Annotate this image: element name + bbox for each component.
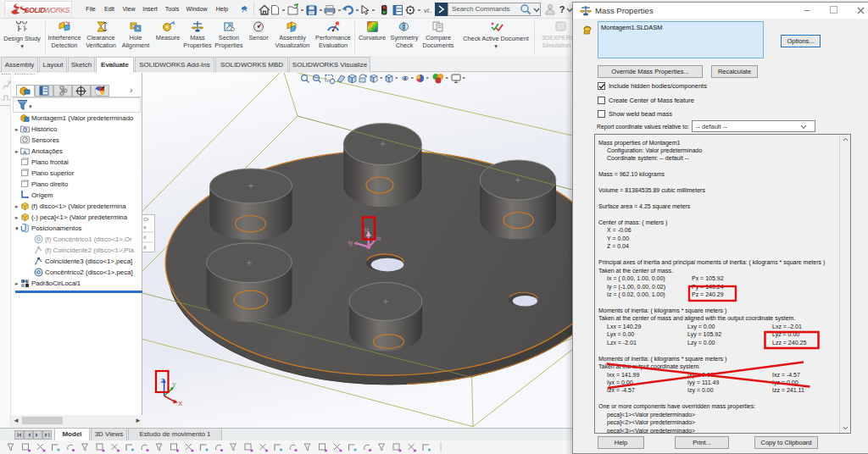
- svg-text:SOLID: SOLID: [25, 6, 45, 14]
- svg-text:Iz: Iz: [364, 227, 370, 233]
- svg-text:Or: Or: [143, 217, 149, 222]
- svg-text:Z: Z: [161, 378, 165, 384]
- svg-text:A: A: [23, 150, 26, 155]
- svg-text:vl..: vl..: [424, 7, 432, 14]
- svg-text:Ix: Ix: [376, 235, 381, 241]
- svg-text:Iy: Iy: [348, 240, 353, 246]
- svg-text:X: X: [179, 401, 183, 407]
- svg-text:WORKS: WORKS: [44, 6, 70, 14]
- svg-text:d: d: [143, 235, 146, 240]
- svg-text:Y: Y: [172, 382, 176, 388]
- svg-text:d: d: [143, 245, 146, 250]
